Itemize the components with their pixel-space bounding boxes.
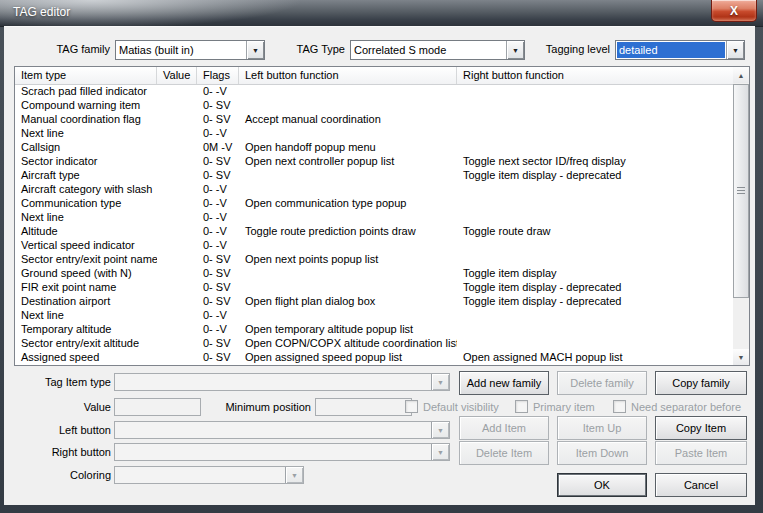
table-cell-item: Destination airport	[15, 294, 157, 308]
table-cell-left	[239, 308, 457, 322]
chevron-down-icon: ▼	[431, 422, 449, 438]
table-cell-left: Open COPN/COPX altitude coordination lis…	[239, 336, 457, 350]
item-down-button: Item Down	[557, 441, 647, 465]
chevron-down-icon: ▼	[431, 374, 449, 390]
table-row[interactable]: Callsign0M -VOpen handoff popup menu	[15, 140, 733, 154]
table-cell-left	[239, 84, 457, 98]
table-cell-flags: 0- -V	[197, 210, 239, 224]
table-row[interactable]: Manual coordination flag0- SVAccept manu…	[15, 112, 733, 126]
table-cell-flags: 0- SV	[197, 154, 239, 168]
table-cell-value	[157, 182, 197, 196]
table-row[interactable]: Next line0- -V	[15, 210, 733, 224]
table-row[interactable]: Aircraft category with slash0- -V	[15, 182, 733, 196]
table-cell-flags: 0- SV	[197, 252, 239, 266]
table-cell-item: Communication type	[15, 196, 157, 210]
table-cell-item: Callsign	[15, 140, 157, 154]
paste-item-button: Paste Item	[655, 441, 747, 465]
scrollbar-thumb[interactable]	[733, 84, 749, 298]
table-cell-item: Next line	[15, 308, 157, 322]
cancel-button[interactable]: Cancel	[655, 473, 747, 497]
table-row[interactable]: Temporary altitude0- -VOpen temporary al…	[15, 322, 733, 336]
table-cell-flags: 0- SV	[197, 98, 239, 112]
table-cell-item: Next line	[15, 210, 157, 224]
titlebar[interactable]: TAG editor X	[0, 0, 763, 27]
table-row[interactable]: Vertical speed indicator0- -V	[15, 238, 733, 252]
table-cell-left: Open temporary altitude popup list	[239, 322, 457, 336]
tagging-level-select[interactable]: detailed ▼	[615, 40, 745, 60]
table-cell-item: Manual coordination flag	[15, 112, 157, 126]
window-title: TAG editor	[13, 5, 70, 19]
table-cell-left: Open next points popup list	[239, 252, 457, 266]
table-row[interactable]: Compound warning item0- SV	[15, 98, 733, 112]
table-cell-right: Toggle next sector ID/freq display	[457, 154, 733, 168]
right-button-label: Right button	[11, 446, 111, 458]
table-cell-value	[157, 196, 197, 210]
tagging-level-value: detailed	[617, 42, 725, 58]
table-body: Scrach pad filled indicator0- -VCompound…	[15, 84, 733, 365]
table-row[interactable]: Ground speed (with N)0- SVToggle item di…	[15, 266, 733, 280]
coloring-value	[115, 467, 285, 483]
close-button[interactable]: X	[711, 0, 757, 22]
table-cell-value	[157, 154, 197, 168]
table-cell-value	[157, 140, 197, 154]
table-row[interactable]: Assigned speed0- SVOpen assigned speed p…	[15, 350, 733, 364]
tag-item-type-select: ▼	[114, 373, 450, 391]
table-cell-item: Altitude	[15, 224, 157, 238]
table-row[interactable]: Altitude0- -VToggle route prediction poi…	[15, 224, 733, 238]
column-header[interactable]: Left button function	[239, 67, 457, 84]
table-row[interactable]: Aircraft type0- SVToggle item display - …	[15, 168, 733, 182]
scrollbar-grip	[737, 187, 745, 195]
vertical-scrollbar[interactable]: ▲ ▼	[733, 67, 749, 365]
chevron-down-icon: ▼	[431, 444, 449, 460]
table-cell-left	[239, 266, 457, 280]
column-header[interactable]: Value	[157, 67, 197, 84]
table-cell-flags: 0M -V	[197, 140, 239, 154]
table-cell-value	[157, 322, 197, 336]
chevron-down-icon[interactable]: ▼	[726, 41, 744, 59]
scroll-down-icon[interactable]: ▼	[733, 349, 749, 365]
table-cell-left: Open flight plan dialog box	[239, 294, 457, 308]
table-row[interactable]: Sector entry/exit altitude0- SVOpen COPN…	[15, 336, 733, 350]
table-cell-right: Toggle item display - deprecated	[457, 280, 733, 294]
table-cell-value	[157, 210, 197, 224]
table-row[interactable]: Next line0- -V	[15, 126, 733, 140]
dialog-client-area: TAG family Matias (built in) ▼ TAG Type …	[4, 26, 755, 505]
scroll-up-icon[interactable]: ▲	[733, 67, 749, 83]
need-separator-label: Need separator before	[631, 401, 741, 413]
delete-family-button: Delete family	[557, 371, 647, 395]
table-cell-left: Accept manual coordination	[239, 112, 457, 126]
add-new-family-button[interactable]: Add new family	[459, 371, 549, 395]
table-cell-item: Sector entry/exit altitude	[15, 336, 157, 350]
tag-type-select[interactable]: Correlated S mode ▼	[350, 40, 525, 60]
table-row[interactable]: Next line0- -V	[15, 308, 733, 322]
table-row[interactable]: Sector indicator0- SVOpen next controlle…	[15, 154, 733, 168]
table-cell-flags: 0- -V	[197, 196, 239, 210]
table-row[interactable]: Communication type0- -VOpen communicatio…	[15, 196, 733, 210]
copy-family-button[interactable]: Copy family	[655, 371, 747, 395]
table-cell-flags: 0- -V	[197, 322, 239, 336]
table-cell-flags: 0- -V	[197, 308, 239, 322]
table-cell-value	[157, 112, 197, 126]
table-cell-value	[157, 238, 197, 252]
column-header[interactable]: Flags	[197, 67, 239, 84]
copy-item-button[interactable]: Copy Item	[655, 416, 747, 440]
column-header[interactable]: Right button function	[457, 67, 733, 84]
table-cell-right	[457, 182, 733, 196]
item-table: Item typeValueFlagsLeft button functionR…	[14, 66, 750, 366]
table-row[interactable]: Scrach pad filled indicator0- -V	[15, 84, 733, 98]
value-label: Value	[11, 401, 111, 413]
table-row[interactable]: Sector entry/exit point name0- SVOpen ne…	[15, 252, 733, 266]
table-row[interactable]: FIR exit point name0- SVToggle item disp…	[15, 280, 733, 294]
table-cell-right: Toggle item display - deprecated	[457, 294, 733, 308]
column-header[interactable]: Item type	[15, 67, 157, 84]
table-row[interactable]: Destination airport0- SVOpen flight plan…	[15, 294, 733, 308]
table-cell-value	[157, 280, 197, 294]
checkbox-box-icon	[613, 400, 626, 413]
table-cell-right: Toggle item display - deprecated	[457, 168, 733, 182]
tag-family-select[interactable]: Matias (built in) ▼	[115, 40, 265, 60]
table-cell-value	[157, 336, 197, 350]
table-cell-value	[157, 224, 197, 238]
table-cell-item: Aircraft type	[15, 168, 157, 182]
primary-item-checkbox: Primary item	[515, 400, 595, 413]
ok-button[interactable]: OK	[557, 473, 647, 497]
